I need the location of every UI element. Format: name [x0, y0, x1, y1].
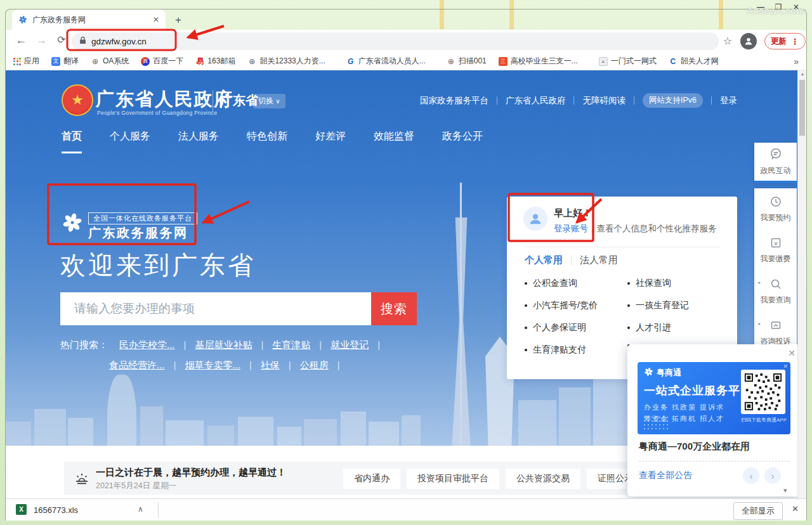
quick-link[interactable]: 省内通办 [343, 469, 400, 489]
scrollbar-up-icon[interactable]: ▲ [798, 72, 806, 76]
nav-rating[interactable]: 好差评 [315, 130, 346, 153]
header-login-link[interactable]: 登录 [720, 95, 737, 107]
nav-legal[interactable]: 法人服务 [178, 130, 219, 153]
bookmark-label: 翻译 [63, 56, 79, 67]
nav-personal[interactable]: 个人服务 [110, 130, 150, 153]
service-link[interactable]: 小汽车摇号/竞价 [525, 300, 598, 311]
search-button[interactable]: 搜索 [371, 292, 417, 325]
side-item-interaction[interactable]: 政民互动 [754, 143, 797, 181]
service-link[interactable]: 人才引进 [627, 322, 671, 334]
search-input[interactable] [60, 292, 370, 325]
view-all-notices-link[interactable]: 查看全部公告 [639, 470, 692, 481]
download-chevron-icon[interactable]: ∧ [138, 505, 143, 514]
bookmark-oa[interactable]: ⊕ OA系统 [91, 56, 129, 67]
service-link[interactable]: 公积金查询 [525, 278, 577, 289]
hot-link[interactable]: 公租房 [300, 360, 340, 372]
service-link[interactable]: 社保查询 [627, 278, 671, 289]
popup-close-icon[interactable]: ✕ [788, 348, 796, 358]
bookmark-rencai[interactable]: C 韶关人才网 [669, 56, 719, 67]
tab-close-icon[interactable]: ✕ [153, 15, 159, 24]
update-label: 更新 [771, 36, 787, 47]
side-menu-top: 政民互动 [754, 143, 797, 183]
nav-disclosure[interactable]: 政务公开 [442, 130, 483, 153]
region-switch-button[interactable]: 切换 ∨ [253, 94, 285, 108]
divider [213, 91, 213, 112]
side-item-payment[interactable]: ¥ 我要缴费 [754, 230, 797, 271]
translate-icon: 文 [51, 57, 60, 66]
service-link[interactable]: 一孩生育登记 [627, 300, 689, 311]
bookmark-163mail[interactable]: 易 163邮箱 [195, 56, 235, 67]
hot-link[interactable]: 社保 [261, 360, 291, 372]
qr-caption: 扫码下载粤商通APP [741, 417, 787, 424]
new-tab-button[interactable]: + [171, 13, 186, 28]
address-bar[interactable]: gdzwfw.gov.cn [72, 32, 719, 50]
divider [639, 461, 790, 462]
carousel-next-icon[interactable]: › [764, 467, 781, 484]
nav-home[interactable]: 首页 [62, 130, 82, 153]
bookmark-star-icon[interactable]: ☆ [720, 35, 735, 47]
profile-avatar-icon[interactable] [740, 33, 757, 49]
link-national-platform[interactable]: 国家政务服务平台 [420, 95, 488, 107]
hot-link[interactable]: 烟草专卖零... [185, 360, 251, 372]
tab-personal-common[interactable]: 个人常用 [525, 254, 563, 266]
bookmark-liudong[interactable]: G 广东省流动人员人... [346, 56, 426, 67]
download-bar-close-icon[interactable]: ✕ [792, 504, 799, 514]
window-minimize-icon[interactable]: — [756, 3, 765, 11]
forward-icon[interactable]: → [34, 34, 49, 47]
menu-dots-icon[interactable]: ⋮ [791, 37, 799, 46]
show-all-downloads-button[interactable]: 全部显示 [733, 502, 783, 520]
bookmark-yimenshi[interactable]: ▲ 一门式一网式 [599, 56, 657, 67]
scrollbar-thumb[interactable] [799, 80, 805, 136]
hot-link[interactable]: 食品经营许... [109, 360, 176, 372]
banner-close-icon[interactable]: ✕ [783, 363, 788, 370]
hot-link[interactable]: 就业登记 [331, 339, 380, 351]
link-gd-gov[interactable]: 广东省人民政府 [506, 95, 566, 107]
window-close-icon[interactable]: ✕ [792, 3, 801, 11]
bookmark-baidu[interactable]: 百 百度一下 [141, 56, 183, 67]
tab-legal-common[interactable]: 法人常用 [580, 254, 618, 266]
bookmark-scan001[interactable]: ⊕ 扫描001 [447, 56, 487, 67]
reload-icon[interactable]: ⟳ [54, 34, 69, 46]
chrome-update-button[interactable]: 更新 ⋮ [764, 33, 806, 49]
back-icon[interactable]: ← [13, 34, 29, 47]
collapse-down-icon[interactable]: ▾ [783, 486, 787, 495]
banner-features-1: 办业务 找政策 提诉求 [644, 403, 724, 412]
window-maximize-icon[interactable]: ❐ [774, 3, 783, 11]
ipv6-badge: 网站支持IPv6 [643, 93, 703, 108]
nav-supervision[interactable]: 效能监督 [374, 130, 414, 153]
hot-link[interactable]: 民办学校学... [119, 339, 186, 351]
hot-link[interactable]: 生育津贴 [272, 339, 322, 351]
hot-link[interactable]: 基层就业补贴 [195, 339, 263, 351]
divider [573, 96, 574, 105]
side-item-query[interactable]: ◂ 我要查询 [754, 271, 797, 312]
bookmark-apps[interactable]: 应用 [13, 56, 39, 67]
browser-tab[interactable]: 广东政务服务网 ✕ [12, 10, 166, 30]
clock-icon [769, 195, 782, 210]
webpage: ★ 广东省人民政府 People's Government of Guangdo… [6, 70, 797, 498]
bookmarks-overflow-icon[interactable]: » [794, 56, 799, 67]
link-accessibility[interactable]: 无障碍阅读 [582, 95, 625, 107]
national-emblem-icon: ★ [62, 84, 93, 116]
lock-icon [79, 36, 86, 47]
quick-link[interactable]: 公共资源交易 [506, 469, 580, 489]
card-tabs: 个人常用 法人常用 [525, 254, 618, 266]
portal-pinwheel-icon [62, 211, 83, 234]
carousel-prev-icon[interactable]: ‹ [743, 467, 759, 484]
globe-icon: ⊕ [91, 57, 100, 66]
region-name: 广东省 [220, 92, 258, 109]
nav-featured[interactable]: 特色创新 [247, 130, 287, 153]
download-filename[interactable]: 1656773.xls [34, 505, 78, 515]
quick-link[interactable]: 投资项目审批平台 [407, 469, 499, 489]
login-suffix: ，查看个人信息和个性化推荐服务 [588, 224, 717, 233]
bookmark-translate[interactable]: 文 翻译 [51, 56, 79, 67]
bookmark-12333[interactable]: ⊕ 韶关12333人力资... [247, 56, 325, 67]
login-account-link[interactable]: 登录账号 [554, 224, 588, 233]
page-scrollbar[interactable]: ▲ [797, 70, 806, 498]
portal-badge: 全国一体化在线政务服务平台 [88, 212, 197, 224]
brand-pinwheel-icon [644, 367, 653, 379]
side-item-appointment[interactable]: 我要预约 [754, 188, 797, 230]
bookmark-sanzhi[interactable]: 三 高校毕业生三支一... [499, 56, 578, 67]
service-link[interactable]: 个人参保证明 [525, 322, 586, 334]
yueshangtong-banner[interactable]: ✕ 粤商通 一站式企业服务 [638, 362, 790, 434]
service-link[interactable]: 生育津贴支付 [525, 344, 586, 356]
